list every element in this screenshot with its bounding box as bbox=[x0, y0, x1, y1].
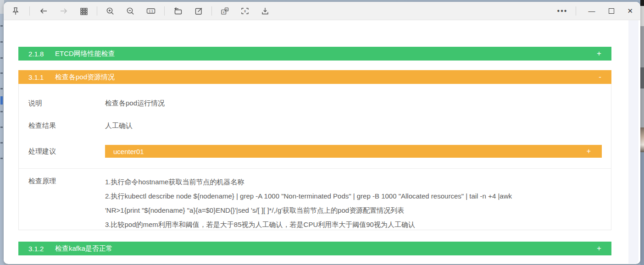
zoom-in-button[interactable] bbox=[105, 6, 116, 17]
expand-toggle[interactable]: + bbox=[597, 49, 601, 58]
collapse-toggle[interactable]: - bbox=[599, 72, 601, 82]
download-button[interactable] bbox=[260, 6, 271, 17]
report-document: 2.1.8 ETCD网络性能检查 + 3.1.1 检查各pod资源情况 - 说明… bbox=[4, 20, 640, 264]
section-header-3-1-1[interactable]: 3.1.1 检查各pod资源情况 - bbox=[18, 70, 611, 84]
suggestion-item-header[interactable]: ucenter01 + bbox=[105, 145, 602, 158]
translate-icon: x A bbox=[220, 6, 229, 16]
actual-size-icon: 1:1 bbox=[146, 6, 156, 16]
zoom-out-button[interactable] bbox=[125, 6, 136, 17]
principle-line: 2.执行kubectl describe node ${nodename} | … bbox=[105, 189, 603, 203]
minimize-icon: — bbox=[588, 7, 595, 15]
zoom-out-icon bbox=[126, 6, 135, 16]
toolbar-separator bbox=[576, 6, 576, 16]
forward-button[interactable] bbox=[58, 6, 69, 17]
app-window: 1:1 x A bbox=[4, 2, 640, 264]
select-text-icon: x bbox=[240, 6, 250, 16]
toolbar: 1:1 x A bbox=[4, 2, 640, 20]
vertical-scrollbar[interactable] bbox=[628, 20, 638, 264]
more-button[interactable]: ••• bbox=[556, 8, 569, 14]
section-detail-panel: 说明 检查各pod运行情况 检查结果 人工确认 处理建议 ucenter01 +… bbox=[18, 84, 611, 230]
section-header-3-1-2[interactable]: 3.1.2 检查kafka是否正常 + bbox=[18, 242, 611, 255]
section-id: 2.1.8 bbox=[28, 50, 55, 58]
rotate-page-icon bbox=[173, 6, 183, 16]
row-label: 检查原理 bbox=[19, 175, 105, 186]
detail-row-suggestion: 处理建议 ucenter01 + bbox=[19, 138, 611, 165]
select-text-button[interactable]: x bbox=[239, 6, 250, 17]
principle-line: 1.执行命令hostname获取当前节点的机器名称 bbox=[105, 175, 603, 189]
principle-text: 1.执行命令hostname获取当前节点的机器名称 2.执行kubectl de… bbox=[105, 175, 611, 232]
suggestion-item-title: ucenter01 bbox=[113, 148, 144, 155]
forward-icon bbox=[59, 6, 68, 16]
section-title: ETCD网络性能检查 bbox=[55, 50, 115, 58]
detail-row-principle: 检查原理 1.执行命令hostname获取当前节点的机器名称 2.执行kubec… bbox=[19, 169, 611, 232]
edit-button[interactable] bbox=[193, 6, 204, 17]
row-label: 检查结果 bbox=[19, 121, 105, 130]
svg-text:x: x bbox=[244, 9, 246, 13]
principle-line: 3.比较pod的mem利用率和阈值，若是大于85视为人工确认，若是CPU利用率大… bbox=[105, 217, 603, 232]
row-value: 检查各pod运行情况 bbox=[105, 99, 165, 108]
thumbnails-button[interactable] bbox=[78, 6, 89, 17]
back-button[interactable] bbox=[38, 6, 49, 17]
row-value: 人工确认 bbox=[105, 121, 133, 130]
pin-icon bbox=[11, 6, 20, 16]
rotate-page-button[interactable] bbox=[172, 6, 184, 17]
row-label: 处理建议 bbox=[19, 147, 105, 156]
section-title: 检查kafka是否正常 bbox=[55, 244, 113, 253]
close-button[interactable]: ✕ bbox=[626, 6, 634, 16]
desktop-edge-right bbox=[640, 0, 644, 265]
back-icon bbox=[39, 6, 48, 16]
maximize-icon bbox=[609, 8, 614, 14]
expand-toggle[interactable]: + bbox=[597, 244, 601, 253]
section-id: 3.1.1 bbox=[28, 73, 55, 81]
principle-line: 'NR>1{print "${nodename} "a}{a=$0}END{}'… bbox=[105, 203, 603, 217]
pin-button[interactable] bbox=[10, 6, 21, 17]
detail-row-description: 说明 检查各pod运行情况 bbox=[19, 93, 611, 113]
row-label: 说明 bbox=[19, 99, 105, 108]
svg-text:A: A bbox=[226, 8, 228, 11]
svg-text:x: x bbox=[223, 10, 225, 14]
toolbar-separator bbox=[164, 6, 165, 16]
section-title: 检查各pod资源情况 bbox=[55, 73, 115, 82]
toolbar-separator bbox=[211, 6, 212, 16]
svg-text:1:1: 1:1 bbox=[149, 9, 153, 12]
toolbar-separator bbox=[97, 6, 97, 16]
translate-button[interactable]: x A bbox=[219, 6, 230, 17]
maximize-button[interactable] bbox=[608, 7, 615, 15]
download-icon bbox=[261, 6, 270, 16]
background-photo-sliver bbox=[640, 127, 644, 152]
minimize-button[interactable]: — bbox=[587, 6, 596, 16]
expand-toggle[interactable]: + bbox=[587, 147, 591, 155]
more-icon: ••• bbox=[557, 9, 568, 13]
close-icon: ✕ bbox=[627, 7, 633, 15]
actual-size-button[interactable]: 1:1 bbox=[145, 6, 157, 17]
zoom-in-icon bbox=[105, 6, 115, 16]
edit-icon bbox=[194, 6, 203, 16]
toolbar-separator bbox=[29, 6, 30, 16]
section-id: 3.1.2 bbox=[28, 245, 55, 253]
detail-row-result: 检查结果 人工确认 bbox=[19, 113, 611, 138]
thumbnails-icon bbox=[79, 6, 89, 16]
section-header-2-1-8[interactable]: 2.1.8 ETCD网络性能检查 + bbox=[18, 47, 611, 61]
